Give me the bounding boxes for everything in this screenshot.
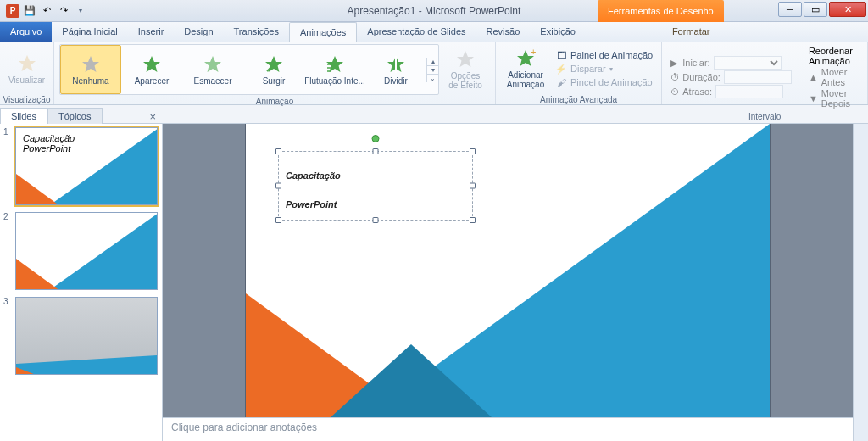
visualizar-button[interactable]: Visualizar	[5, 44, 48, 93]
add-animation-button[interactable]: + Adicionar Animação	[501, 44, 550, 93]
svg-marker-8	[457, 51, 474, 67]
animation-dividir[interactable]: Dividir	[365, 45, 426, 94]
animation-pane-button[interactable]: 🗔Painel de Animação	[555, 49, 653, 61]
close-button[interactable]: ✕	[829, 2, 866, 17]
main-area: 1 CapacitaçãoPowerPoint 2 3	[0, 124, 868, 441]
slide-thumbnail-2[interactable]	[15, 212, 158, 290]
window-title: Apresentação1 - Microsoft PowerPoint	[348, 5, 521, 17]
thumb-text: CapacitaçãoPowerPoint	[23, 133, 75, 154]
handle-sw[interactable]	[275, 217, 281, 223]
handle-w[interactable]	[275, 183, 281, 189]
gallery-more-button[interactable]: ⌄	[427, 75, 438, 82]
add-animation-icon: +	[515, 48, 536, 69]
slide-thumbnail-1[interactable]: CapacitaçãoPowerPoint	[15, 127, 158, 205]
svg-marker-12	[16, 174, 60, 205]
gallery-up-button[interactable]: ▴	[427, 58, 438, 66]
tab-animacoes[interactable]: Animações	[289, 22, 357, 42]
animation-painter-button[interactable]: 🖌Pincel de Animação	[555, 76, 653, 88]
powerpoint-logo-icon: P	[5, 3, 20, 19]
group-animacao-avancada: + Adicionar Animação 🗔Painel de Animação…	[496, 42, 662, 104]
group-visualizacao: Visualizar Visualização	[0, 42, 54, 104]
gallery-scroll: ▴ ▾ ⌄	[426, 58, 438, 82]
play-star-icon	[17, 53, 37, 74]
gallery-down-button[interactable]: ▾	[427, 66, 438, 75]
thumb-row-1: 1 CapacitaçãoPowerPoint	[3, 127, 159, 205]
save-icon[interactable]: 💾	[22, 3, 37, 19]
svg-marker-15	[16, 355, 158, 375]
tab-formatar[interactable]: Formatar	[662, 21, 721, 42]
group-animacao: Nenhuma Aparecer Esmaecer Surgir Flutuaç…	[54, 42, 496, 104]
animation-aparecer[interactable]: Aparecer	[121, 45, 182, 94]
effect-options-icon	[455, 49, 476, 70]
current-slide[interactable]: CapacitaçãoPowerPoint	[246, 124, 770, 417]
move-after-button[interactable]: ▼Mover Depois	[809, 88, 859, 109]
panel-close-button[interactable]: ×	[142, 110, 163, 123]
painter-icon: 🖌	[555, 76, 567, 88]
topics-tab[interactable]: Tópicos	[47, 108, 103, 124]
thumb-row-2: 2	[3, 212, 159, 290]
handle-se[interactable]	[470, 217, 476, 223]
minimize-button[interactable]: ─	[778, 2, 802, 17]
svg-marker-13	[48, 213, 158, 290]
handle-s[interactable]	[373, 217, 379, 223]
animation-surgir[interactable]: Surgir	[243, 45, 304, 94]
title-textbox[interactable]: CapacitaçãoPowerPoint	[278, 151, 473, 220]
notes-pane[interactable]: Clique para adicionar anotações	[163, 417, 853, 441]
redo-icon[interactable]: ↷	[56, 3, 71, 19]
slide-thumbnail-3[interactable]	[15, 297, 158, 375]
handle-ne[interactable]	[470, 148, 476, 154]
animation-nenhuma[interactable]: Nenhuma	[60, 45, 121, 94]
contextual-tab-header: Ferramentas de Desenho	[598, 0, 724, 22]
handle-nw[interactable]	[275, 148, 281, 154]
delay-input[interactable]	[715, 85, 783, 98]
duration-input[interactable]	[724, 70, 792, 84]
star-aparecer-icon	[142, 54, 162, 75]
animation-esmaecer[interactable]: Esmaecer	[182, 45, 243, 94]
editor-area: CapacitaçãoPowerPoint Clique para adicio…	[163, 124, 853, 441]
delay-label: Atraso:	[682, 87, 712, 97]
star-esmaecer-icon	[203, 54, 223, 75]
tab-apresentacao[interactable]: Apresentação de Slides	[357, 21, 476, 42]
svg-marker-1	[82, 56, 99, 72]
svg-marker-0	[19, 55, 36, 71]
rotate-handle[interactable]	[372, 135, 380, 142]
start-label: Iniciar:	[682, 58, 709, 68]
undo-icon[interactable]: ↶	[39, 3, 54, 19]
reorder-label: Reordenar Animação	[809, 46, 859, 66]
tab-inserir[interactable]: Inserir	[128, 21, 175, 42]
tab-exibicao[interactable]: Exibição	[530, 21, 586, 42]
slide-panel: 1 CapacitaçãoPowerPoint 2 3	[0, 124, 163, 441]
effect-options-button[interactable]: Opções de Efeito	[441, 45, 490, 94]
svg-marker-2	[143, 56, 160, 72]
advanced-list: 🗔Painel de Animação ⚡Disparar▾ 🖌Pincel d…	[552, 47, 656, 90]
slides-tab[interactable]: Slides	[0, 108, 47, 124]
animation-gallery: Nenhuma Aparecer Esmaecer Surgir Flutuaç…	[59, 44, 439, 95]
duration-label: Duração:	[682, 72, 721, 82]
handle-n[interactable]	[373, 148, 379, 154]
move-before-button[interactable]: ▲Mover Antes	[809, 67, 859, 87]
file-tab[interactable]: Arquivo	[0, 21, 52, 42]
vertical-scrollbar[interactable]	[853, 124, 868, 441]
quick-access-toolbar: P 💾 ↶ ↷ ▾	[0, 3, 93, 19]
tab-transicoes[interactable]: Transições	[224, 21, 289, 42]
animation-flutuacao[interactable]: Flutuação Inte...	[304, 45, 365, 94]
title-text[interactable]: CapacitaçãoPowerPoint	[279, 152, 472, 219]
start-select[interactable]	[714, 56, 782, 70]
star-none-icon	[81, 54, 101, 75]
tab-design[interactable]: Design	[174, 21, 223, 42]
handle-e[interactable]	[470, 183, 476, 189]
title-bar: P 💾 ↶ ↷ ▾ Apresentação1 - Microsoft Powe…	[0, 0, 868, 22]
reorder-controls: Reordenar Animação ▲Mover Antes ▼Mover D…	[805, 44, 862, 110]
trigger-button[interactable]: ⚡Disparar▾	[555, 63, 653, 75]
tab-pagina-inicial[interactable]: Página Inicial	[52, 21, 127, 42]
timing-controls: ▶Iniciar: ⏱Duração: ⏲Atraso:	[667, 54, 795, 100]
ribbon-tabs: Arquivo Página Inicial Inserir Design Tr…	[0, 22, 868, 42]
thumb-row-3: 3	[3, 297, 159, 375]
qat-dropdown-icon[interactable]: ▾	[73, 3, 88, 19]
svg-marker-3	[204, 56, 221, 72]
maximize-button[interactable]: ▭	[804, 2, 827, 17]
tab-revisao[interactable]: Revisão	[476, 21, 531, 42]
star-surgir-icon	[264, 54, 284, 75]
slide-canvas-area[interactable]: CapacitaçãoPowerPoint	[163, 124, 853, 417]
ribbon: Visualizar Visualização Nenhuma Aparecer…	[0, 42, 868, 105]
